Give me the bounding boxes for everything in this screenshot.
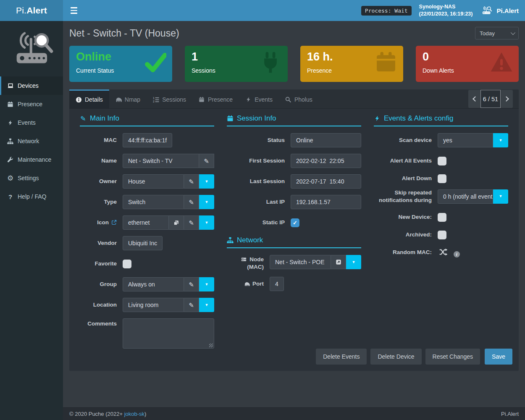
tab-details[interactable]: Details: [69, 89, 109, 108]
tab-sessions[interactable]: 12 Sessions: [147, 89, 192, 108]
calendar-icon: [7, 101, 14, 108]
vendor-field[interactable]: Ubiquiti Inc: [123, 236, 163, 250]
last-session-field[interactable]: 2022-07-17 15:40: [291, 174, 361, 189]
tab-presence[interactable]: Presence: [192, 89, 239, 108]
brand-prefix: Pi.: [16, 5, 26, 16]
brand-logo[interactable]: Pi.Alert: [0, 0, 63, 21]
skip-notifications-dropdown-button[interactable]: ▼: [493, 189, 508, 204]
first-session-field[interactable]: 2022-02-12 22:05: [291, 154, 361, 168]
chevron-right-icon: [504, 96, 509, 102]
owner-field[interactable]: House: [123, 174, 184, 189]
scan-device-select[interactable]: yes: [438, 133, 493, 147]
delete-events-button[interactable]: Delete Events: [316, 349, 367, 365]
comments-label: Comments: [80, 320, 117, 328]
brand-suffix: Alert: [26, 5, 47, 16]
new-device-checkbox[interactable]: ✓: [438, 213, 446, 222]
alert-down-checkbox[interactable]: ✓: [438, 174, 446, 183]
icon-label: Icon: [80, 219, 117, 226]
tab-nmap[interactable]: Nmap: [109, 89, 147, 108]
svg-text:2: 2: [153, 100, 155, 103]
sidebar-item-label: Events: [18, 119, 36, 126]
skip-notifications-select[interactable]: 0 h (notify all event: [438, 189, 493, 204]
group-field[interactable]: Always on: [123, 277, 184, 291]
static-ip-checkbox[interactable]: ✓: [291, 218, 299, 227]
delete-device-button[interactable]: Delete Device: [370, 349, 421, 365]
edit-location-button[interactable]: ✎: [184, 298, 199, 312]
dome-icon: [116, 97, 122, 103]
external-link-icon[interactable]: [111, 220, 117, 225]
calendar-icon: [199, 97, 205, 103]
copyright: © 2020 Puche (2022+ jokob-sk): [69, 411, 146, 417]
main-info-section: ✎ Main Info MAC 44:ff:ff:ca:ba:1f Name: [80, 114, 214, 355]
info-icon[interactable]: i: [454, 251, 460, 257]
port-label: Port: [227, 280, 264, 288]
archived-checkbox[interactable]: ✓: [438, 231, 446, 239]
question-icon: ?: [7, 193, 14, 200]
icon-field[interactable]: ethernet: [123, 215, 169, 230]
sidebar-item-events[interactable]: Events: [0, 113, 63, 132]
node-mac-field[interactable]: Net - Switch - POE: [270, 255, 331, 269]
sidebar-item-help[interactable]: ? Help / FAQ: [0, 187, 63, 206]
edit-owner-button[interactable]: ✎: [184, 174, 199, 189]
node-dropdown-button[interactable]: ▼: [346, 255, 361, 269]
jokob-sk-link[interactable]: jokob-sk: [124, 411, 144, 417]
location-label: Location: [80, 301, 117, 309]
pencil-icon: ✎: [189, 199, 194, 205]
edit-icon-button[interactable]: ✎: [184, 215, 199, 230]
scan-device-dropdown-button[interactable]: ▼: [493, 133, 508, 147]
sidebar-item-label: Help / FAQ: [18, 193, 46, 200]
sidebar-item-network[interactable]: Network: [0, 132, 63, 150]
open-node-button[interactable]: [331, 255, 346, 269]
location-field[interactable]: Living room: [123, 298, 184, 312]
card-presence[interactable]: 16 h. Presence: [300, 46, 403, 82]
main-info-header: ✎ Main Info: [80, 114, 214, 126]
period-select[interactable]: Today: [475, 27, 519, 39]
status-field[interactable]: Online: [291, 133, 361, 147]
tab-events[interactable]: Events: [239, 89, 279, 108]
edit-name-button[interactable]: ✎: [199, 154, 214, 168]
calendar-icon: [375, 51, 397, 74]
sidebar-item-maintenance[interactable]: Maintenance: [0, 150, 63, 169]
sidebar-item-presence[interactable]: Presence: [0, 95, 63, 113]
type-field[interactable]: Switch: [123, 195, 184, 209]
session-info-header: Session Info: [227, 114, 361, 126]
prev-device-button[interactable]: [468, 90, 480, 108]
tab-pholus[interactable]: Pholus: [279, 89, 319, 108]
sidebar-item-devices[interactable]: Devices: [0, 76, 63, 95]
caret-down-icon: ▼: [499, 194, 503, 198]
copy-icon-button[interactable]: [169, 215, 184, 230]
node-mac-label: Node (MAC): [227, 256, 264, 270]
router-scan-icon: [480, 5, 493, 16]
edit-type-button[interactable]: ✎: [184, 195, 199, 209]
last-ip-label: Last IP: [227, 198, 285, 206]
sidebar-toggle-icon[interactable]: [71, 7, 80, 14]
location-dropdown-button[interactable]: ▼: [199, 298, 214, 312]
card-sessions[interactable]: 1 Sessions: [185, 46, 288, 82]
name-field[interactable]: Net - Switch - TV: [123, 154, 199, 168]
port-field[interactable]: 4: [270, 277, 284, 291]
mac-field[interactable]: 44:ff:ff:ca:ba:1f: [123, 133, 172, 147]
comments-textarea[interactable]: [123, 318, 214, 349]
owner-dropdown-button[interactable]: ▼: [199, 174, 214, 189]
favorite-checkbox[interactable]: ✓: [123, 260, 131, 268]
save-button[interactable]: Save: [485, 349, 512, 365]
chevron-left-icon: [472, 96, 478, 102]
calendar-icon: [227, 115, 234, 122]
alert-all-events-checkbox[interactable]: ✓: [438, 157, 446, 165]
reset-changes-button[interactable]: Reset Changes: [425, 349, 480, 365]
edit-group-button[interactable]: ✎: [184, 277, 199, 291]
sidebar-item-settings[interactable]: ⚙ Settings: [0, 169, 63, 187]
app-identity[interactable]: Pi.Alert: [480, 5, 519, 16]
last-ip-field[interactable]: 192.168.1.57: [291, 195, 361, 209]
tab-label: Details: [85, 96, 103, 103]
wrench-icon: [7, 157, 14, 163]
group-dropdown-button[interactable]: ▼: [199, 277, 214, 291]
footer-app-name: Pi.Alert: [501, 411, 519, 417]
icon-dropdown-button[interactable]: ▼: [199, 215, 214, 230]
alert-down-label: Alert Down: [374, 175, 432, 182]
card-down-alerts[interactable]: 0 Down Alerts: [416, 46, 519, 82]
type-dropdown-button[interactable]: ▼: [199, 195, 214, 209]
pencil-icon: ✎: [80, 115, 87, 122]
next-device-button[interactable]: [501, 90, 513, 108]
card-current-status[interactable]: Online Current Status: [69, 46, 172, 82]
